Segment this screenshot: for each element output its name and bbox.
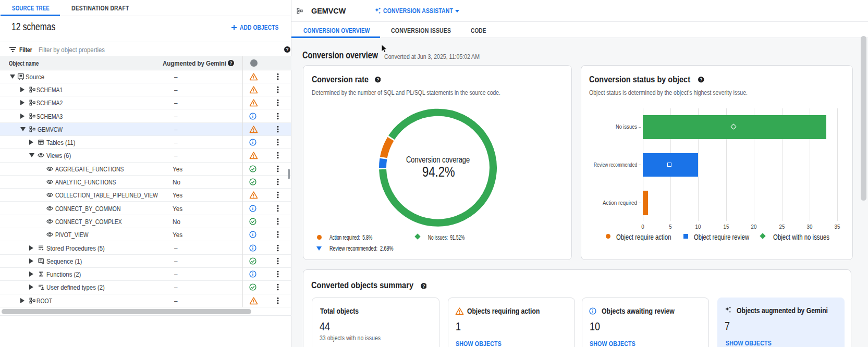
svg-text:?: ? — [422, 283, 425, 288]
svg-text:?: ? — [286, 47, 288, 52]
svg-text:?: ? — [229, 60, 232, 66]
svg-text:?: ? — [700, 77, 702, 82]
